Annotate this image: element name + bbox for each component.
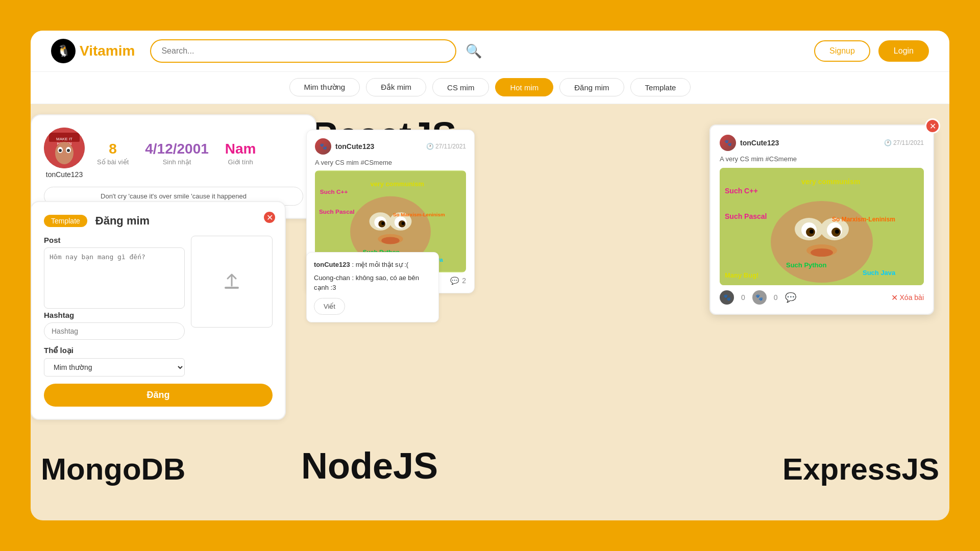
- svg-point-40: [811, 248, 833, 257]
- nav-tabs: Mim thường Đắk mim CS mim Hot mim Đăng m…: [31, 72, 949, 104]
- likes-count: 0: [741, 293, 745, 302]
- meme-card-back: ✕ 🐾 tonCute123 🕐 27/11/2021 A very CS mi…: [709, 124, 934, 315]
- post-form-card: ✕ Template Đăng mim Post Hashtag Thể loạ…: [31, 201, 286, 420]
- mongodb-label: MongoDB: [41, 452, 185, 487]
- svg-text:Such C++: Such C++: [725, 187, 758, 195]
- svg-point-38: [835, 230, 839, 234]
- hashtag-input[interactable]: [44, 322, 185, 340]
- birthday-label: Sinh nhật: [145, 158, 209, 166]
- posts-label: Số bài viết: [97, 158, 129, 166]
- tab-hot-mim[interactable]: Hot mim: [495, 78, 553, 96]
- svg-text:MAKE IT: MAKE IT: [56, 137, 72, 141]
- svg-text:Many Bug!: Many Bug!: [725, 271, 758, 279]
- meme-caption: A very CS mim #CSmeme: [315, 159, 466, 166]
- signup-button[interactable]: Signup: [814, 40, 870, 62]
- svg-point-18: [381, 222, 384, 225]
- close-back-button[interactable]: ✕: [925, 118, 940, 134]
- viet-button[interactable]: Viết: [314, 298, 345, 315]
- delete-button[interactable]: ✕ Xóa bài: [891, 293, 924, 303]
- bottom-actions: 🐾 0 🐾 0 💬 ✕ Xóa bài: [720, 290, 924, 305]
- svg-text:So Marxism-Leninism: So Marxism-Leninism: [832, 216, 895, 223]
- back-meme-username: tonCute123: [740, 139, 779, 147]
- tab-mim-thuong[interactable]: Mim thường: [289, 78, 360, 96]
- svg-point-19: [402, 222, 405, 225]
- close-form-button[interactable]: ✕: [262, 210, 277, 224]
- svg-text:very communism: very communism: [801, 178, 860, 186]
- content: ReactJS NodeJS MongoDB ExpressJS MAKE IT…: [31, 104, 949, 520]
- chat-message: tonCute123 : mệt mỏi thật sự :(: [314, 260, 431, 270]
- chat-reply: Cuong-chan : không sao, có ae bên cạnh :…: [314, 273, 431, 293]
- category-select[interactable]: Mim thường Đắk mim CS mim Hot mim: [44, 358, 185, 377]
- svg-point-4: [55, 142, 74, 164]
- profile-stats: 8 Số bài viết 4/12/2001 Sinh nhật Nam Gi…: [97, 141, 256, 166]
- back-meme-image: Such C++ very communism Such Pascal So M…: [720, 168, 924, 285]
- nodejs-label: NodeJS: [301, 445, 438, 487]
- gender-value: Nam: [225, 141, 256, 157]
- logo[interactable]: 🐧 Vitamim: [51, 39, 135, 63]
- search-input[interactable]: [150, 39, 456, 63]
- svg-text:Such Pascal: Such Pascal: [319, 208, 355, 215]
- back-meme-avatar: 🐾: [720, 135, 736, 151]
- back-meme-date: 🕐 27/11/2021: [884, 139, 924, 146]
- action-avatar-1: 🐾: [720, 290, 734, 305]
- login-button[interactable]: Login: [878, 40, 929, 62]
- logo-icon: 🐧: [51, 39, 76, 63]
- app-name: Vitamim: [80, 43, 135, 59]
- expressjs-label: ExpressJS: [782, 452, 939, 487]
- svg-point-37: [810, 230, 814, 234]
- tab-dang-mim[interactable]: Đăng mim: [559, 78, 624, 96]
- hearts-count: 0: [774, 293, 778, 302]
- username: tonCute123: [44, 170, 85, 179]
- svg-point-30: [771, 201, 873, 283]
- meme-avatar: 🐾: [315, 138, 331, 155]
- svg-text:Such Java: Such Java: [863, 269, 896, 277]
- back-meme-caption: A very CS mim #CSmeme: [720, 155, 924, 163]
- auth-buttons: Signup Login: [814, 40, 929, 62]
- upload-box[interactable]: [191, 236, 273, 328]
- meme-date: 🕐 27/11/2021: [426, 143, 466, 150]
- birthday-value: 4/12/2001: [145, 141, 209, 157]
- posts-count: 8: [97, 141, 129, 157]
- tab-dak-mim[interactable]: Đắk mim: [366, 78, 426, 96]
- header: 🐧 Vitamim 🔍 Signup Login: [31, 31, 949, 72]
- form-title: Đăng mim: [95, 214, 150, 228]
- svg-point-8: [67, 149, 70, 152]
- search-bar: 🔍: [150, 39, 456, 63]
- post-textarea[interactable]: [44, 247, 185, 309]
- svg-text:very communism: very communism: [371, 180, 424, 188]
- post-label: Post: [44, 236, 185, 244]
- svg-rect-9: [225, 287, 239, 289]
- search-button[interactable]: 🔍: [465, 43, 482, 59]
- tab-template[interactable]: Template: [630, 78, 691, 96]
- action-avatar-2: 🐾: [752, 290, 767, 305]
- svg-point-21: [381, 237, 400, 244]
- hashtag-label: Hashtag: [44, 311, 185, 319]
- category-label: Thể loại: [44, 346, 185, 355]
- template-badge: Template: [44, 215, 87, 227]
- svg-text:Such Pascal: Such Pascal: [725, 212, 767, 220]
- tab-cs-mim[interactable]: CS mim: [432, 78, 489, 96]
- avatar: MAKE IT HAPPEN: [44, 128, 85, 168]
- meme-username: tonCute123: [335, 142, 374, 151]
- svg-point-7: [59, 149, 62, 152]
- chat-bubble: tonCute123 : mệt mỏi thật sự :( Cuong-ch…: [306, 252, 439, 322]
- svg-text:Such Python: Such Python: [786, 261, 827, 269]
- svg-text:So Marxism-Leninism: So Marxism-Leninism: [393, 212, 445, 217]
- svg-text:Such C++: Such C++: [320, 188, 348, 195]
- submit-post-button[interactable]: Đăng: [44, 384, 273, 407]
- gender-label: Giới tính: [225, 158, 256, 166]
